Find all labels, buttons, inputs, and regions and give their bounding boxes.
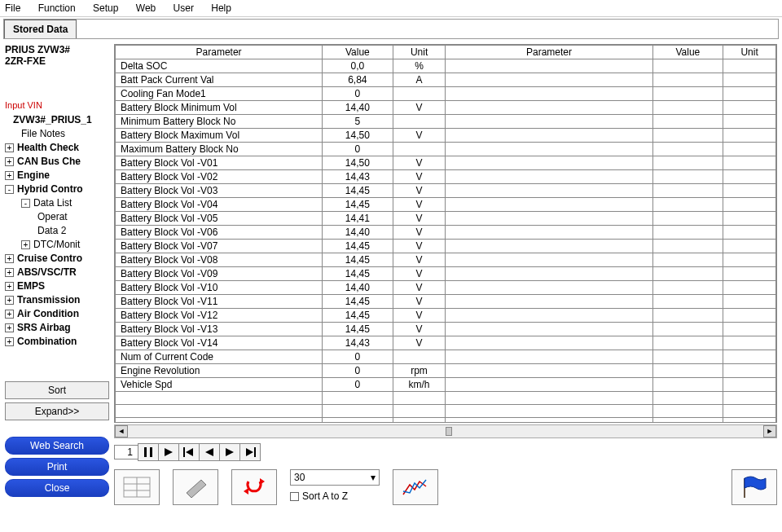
cell-param: Battery Block Vol -V06: [116, 226, 323, 240]
flag-button[interactable]: [731, 469, 777, 505]
expand-icon[interactable]: +: [5, 296, 14, 305]
tool-view-list[interactable]: [114, 469, 160, 505]
collapse-icon[interactable]: -: [5, 185, 14, 194]
tree-dtc-monit[interactable]: +DTC/Monit: [5, 238, 109, 252]
table-row-empty: [116, 392, 776, 405]
cell-value: 14,50: [323, 129, 393, 143]
cell-value-2: [652, 73, 723, 87]
table-row[interactable]: Battery Block Vol -V0514,41V: [116, 212, 776, 226]
scroll-left-icon[interactable]: ◄: [115, 425, 128, 437]
collapse-icon[interactable]: -: [21, 199, 30, 208]
expand-icon[interactable]: +: [5, 310, 14, 319]
table-row[interactable]: Engine Revolution0rpm: [116, 364, 776, 378]
tree-hybrid-control[interactable]: -Hybrid Contro: [5, 182, 109, 196]
tool-highlight[interactable]: [173, 469, 218, 505]
tree-air-condition[interactable]: +Air Condition: [5, 307, 109, 321]
cell-param: Maximum Battery Block No: [116, 143, 323, 156]
step-back-button[interactable]: [199, 443, 220, 461]
table-row[interactable]: Battery Block Vol -V0314,45V: [116, 184, 776, 198]
col-parameter-2[interactable]: Parameter: [446, 46, 652, 59]
table-row[interactable]: Battery Block Vol -V1414,43V: [116, 336, 776, 350]
table-row[interactable]: Battery Block Minimum Vol14,40V: [116, 101, 776, 115]
tree-engine[interactable]: +Engine: [5, 169, 109, 182]
play-button[interactable]: [158, 443, 179, 461]
horizontal-scrollbar[interactable]: ◄ ►: [114, 424, 777, 438]
menu-web[interactable]: Web: [136, 2, 156, 14]
tree-emps[interactable]: +EMPS: [5, 279, 109, 293]
tool-refresh[interactable]: [231, 469, 277, 505]
tree-can-bus[interactable]: +CAN Bus Che: [5, 155, 109, 169]
tree-health-check[interactable]: +Health Check: [5, 141, 109, 155]
cell-param-2: [446, 156, 652, 170]
table-row[interactable]: Battery Block Vol -V0114,50V: [116, 156, 776, 170]
table-row[interactable]: Battery Block Vol -V1314,45V: [116, 323, 776, 336]
table-row[interactable]: Battery Block Vol -V1214,45V: [116, 309, 776, 323]
close-button[interactable]: Close: [5, 479, 109, 497]
expand-icon[interactable]: +: [21, 240, 30, 249]
table-row[interactable]: Vehicle Spd0km/h: [116, 378, 776, 392]
table-row[interactable]: Battery Block Vol -V0214,43V: [116, 170, 776, 184]
expand-icon[interactable]: +: [5, 337, 14, 346]
skip-start-button[interactable]: [178, 443, 200, 461]
tree-file-notes[interactable]: File Notes: [5, 127, 109, 141]
interval-dropdown[interactable]: 30 ▾: [290, 469, 380, 486]
expand-icon[interactable]: +: [5, 254, 14, 263]
sort-atoz-checkbox[interactable]: Sort A to Z: [290, 490, 380, 502]
pause-button[interactable]: [138, 443, 159, 461]
scroll-thumb[interactable]: [446, 427, 452, 436]
menu-help[interactable]: Help: [211, 2, 231, 14]
tree-data2[interactable]: Data 2: [5, 224, 109, 238]
col-unit[interactable]: Unit: [393, 46, 446, 59]
table-row[interactable]: Maximum Battery Block No0: [116, 143, 776, 156]
table-row[interactable]: Battery Block Vol -V1114,45V: [116, 295, 776, 309]
cell-unit-2: [723, 295, 776, 309]
print-button[interactable]: Print: [5, 458, 109, 476]
sort-button[interactable]: Sort: [5, 381, 109, 399]
tree-data-list[interactable]: -Data List: [5, 196, 109, 210]
menu-file[interactable]: File: [5, 2, 20, 14]
cell-unit-2: [723, 323, 776, 336]
cell-unit: A: [393, 73, 446, 87]
table-row[interactable]: Battery Block Vol -V0714,45V: [116, 240, 776, 253]
tree-srs-airbag[interactable]: +SRS Airbag: [5, 321, 109, 335]
col-value-2[interactable]: Value: [652, 46, 723, 59]
web-search-button[interactable]: Web Search: [5, 437, 109, 455]
expand-icon[interactable]: +: [5, 171, 14, 180]
menu-user[interactable]: User: [174, 2, 194, 14]
tree-root[interactable]: ZVW3#_PRIUS_1: [5, 113, 109, 127]
menu-function[interactable]: Function: [38, 2, 76, 14]
menu-setup[interactable]: Setup: [93, 2, 118, 14]
tree-cruise[interactable]: +Cruise Contro: [5, 252, 109, 266]
table-row[interactable]: Battery Block Vol -V0814,45V: [116, 253, 776, 267]
table-row[interactable]: Num of Current Code0: [116, 350, 776, 364]
expand-icon[interactable]: +: [5, 268, 14, 277]
table-row[interactable]: Battery Block Vol -V0914,45V: [116, 267, 776, 281]
tree-abs[interactable]: +ABS/VSC/TR: [5, 266, 109, 279]
input-vin-link[interactable]: Input VIN: [5, 100, 109, 110]
col-value[interactable]: Value: [323, 46, 393, 59]
tab-stored-data[interactable]: Stored Data: [4, 20, 77, 38]
table-row[interactable]: Delta SOC0,0%: [116, 59, 776, 73]
expand-icon[interactable]: +: [5, 157, 14, 166]
tree-operat[interactable]: Operat: [5, 210, 109, 224]
expand-button[interactable]: Expand>>: [5, 402, 109, 420]
frame-number[interactable]: 1: [114, 445, 138, 459]
table-row[interactable]: Minimum Battery Block No5: [116, 115, 776, 129]
col-unit-2[interactable]: Unit: [723, 46, 776, 59]
tree-combination[interactable]: +Combination: [5, 335, 109, 349]
step-forward-button[interactable]: [219, 443, 240, 461]
expand-icon[interactable]: +: [5, 143, 14, 152]
table-row[interactable]: Batt Pack Current Val6,84A: [116, 73, 776, 87]
table-row[interactable]: Battery Block Vol -V1014,40V: [116, 281, 776, 295]
skip-end-button[interactable]: [239, 443, 261, 461]
tree-transmission[interactable]: +Transmission: [5, 293, 109, 307]
table-row[interactable]: Battery Block Vol -V0414,45V: [116, 198, 776, 212]
expand-icon[interactable]: +: [5, 323, 14, 332]
table-row[interactable]: Battery Block Vol -V0614,40V: [116, 226, 776, 240]
table-row[interactable]: Cooling Fan Mode10: [116, 87, 776, 101]
expand-icon[interactable]: +: [5, 282, 14, 291]
table-row[interactable]: Battery Block Maximum Vol14,50V: [116, 129, 776, 143]
tool-graph[interactable]: [393, 469, 438, 505]
scroll-right-icon[interactable]: ►: [763, 425, 776, 437]
col-parameter[interactable]: Parameter: [116, 46, 323, 59]
